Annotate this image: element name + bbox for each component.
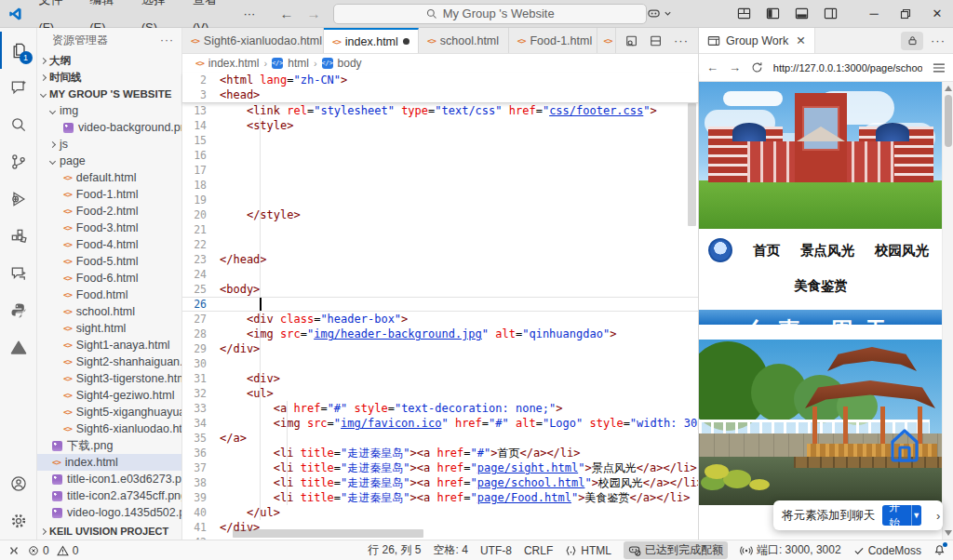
- history-back-icon[interactable]: ←: [279, 6, 293, 21]
- language-mode[interactable]: HTML: [565, 544, 611, 557]
- tab-food-1[interactable]: <> Food-1.html: [509, 28, 597, 53]
- toggle-panel-icon[interactable]: [795, 7, 809, 20]
- editor-horizontal-scrollbar[interactable]: [233, 529, 423, 538]
- folder-page[interactable]: page: [37, 153, 181, 169]
- problems-errors[interactable]: 0: [28, 544, 49, 557]
- file-Food-4.html[interactable]: <>Food-4.html: [37, 236, 181, 253]
- section-keil-project[interactable]: KEIL UVISION PROJECT: [37, 523, 181, 540]
- file-sight.html[interactable]: <>sight.html: [37, 320, 181, 337]
- file-Sight2-shanhaiguan.html[interactable]: <>Sight2-shanhaiguan.html: [37, 353, 181, 370]
- browser-back-icon[interactable]: ←: [706, 60, 718, 74]
- ports[interactable]: 端口: 3000, 3002: [740, 542, 841, 558]
- minimize-button[interactable]: ─: [858, 0, 890, 28]
- file-下载.png[interactable]: 下载.png: [37, 437, 181, 454]
- tab-group-work[interactable]: Group Work ✕: [699, 28, 815, 53]
- toolbar-expand-icon[interactable]: ›: [936, 509, 940, 523]
- source-control-view-icon[interactable]: [0, 143, 37, 180]
- folder-img[interactable]: img: [37, 102, 181, 119]
- triangle-extension-icon[interactable]: [0, 329, 37, 367]
- close-window-button[interactable]: ✕: [921, 0, 953, 28]
- file-Food.html[interactable]: <>Food.html: [37, 287, 181, 303]
- start-button[interactable]: 开始 ▼: [882, 505, 921, 526]
- scroll-down-icon[interactable]: [945, 530, 952, 536]
- file-Food-5.html[interactable]: <>Food-5.html: [37, 253, 181, 270]
- file-Food-6.html[interactable]: <>Food-6.html: [37, 270, 181, 287]
- webpage-scrollbar[interactable]: [942, 82, 953, 540]
- file-Sight4-geziwo.html[interactable]: <>Sight4-geziwo.html: [37, 387, 181, 404]
- customize-layout-icon[interactable]: [737, 7, 751, 20]
- file-default.html[interactable]: <>default.html: [37, 169, 181, 186]
- section-workspace[interactable]: MY GROUP 'S WEBSITE: [37, 86, 181, 102]
- file-index.html[interactable]: <>index.html: [37, 454, 181, 471]
- element-picker-home-icon[interactable]: [887, 425, 922, 464]
- file-Sight3-tigerstone.html[interactable]: <>Sight3-tigerstone.html: [37, 370, 181, 387]
- chat-view-icon[interactable]: [0, 69, 37, 106]
- file-title-icon2.a7345cff.png[interactable]: title-icon2.a7345cff.png: [37, 487, 181, 504]
- copilot-quota[interactable]: 已达到完成配额: [624, 541, 728, 559]
- settings-gear-icon[interactable]: [0, 502, 37, 540]
- command-center-search[interactable]: My Group 's Website: [333, 4, 647, 24]
- reload-icon[interactable]: [751, 61, 763, 73]
- close-icon[interactable]: ✕: [796, 33, 805, 47]
- remote-indicator-icon[interactable]: [7, 544, 20, 557]
- site-link-sights[interactable]: 景点风光: [800, 242, 854, 260]
- account-icon[interactable]: [0, 465, 37, 502]
- python-extension-icon[interactable]: [0, 292, 37, 329]
- explorer-more-actions[interactable]: ···: [160, 33, 174, 47]
- more-actions-icon[interactable]: ···: [674, 33, 689, 47]
- code-area[interactable]: 13 <link rel="stylesheet" type="text/css…: [182, 103, 698, 540]
- file-Food-3.html[interactable]: <>Food-3.html: [37, 220, 181, 236]
- file-Sight6-xianluodao.html[interactable]: <>Sight6-xianluodao.html: [37, 420, 181, 437]
- breadcrumb-body[interactable]: body: [338, 57, 362, 70]
- menu-more[interactable]: ···: [235, 7, 262, 20]
- scroll-up-icon[interactable]: [945, 86, 952, 91]
- search-view-icon[interactable]: [0, 106, 37, 143]
- breadcrumb-html[interactable]: html: [288, 57, 309, 70]
- file-video-background.png[interactable]: video-background.png: [37, 119, 181, 136]
- unsaved-dot-icon[interactable]: [403, 38, 409, 45]
- split-editor-icon[interactable]: [625, 34, 638, 47]
- indentation[interactable]: 空格: 4: [434, 542, 468, 558]
- notifications-bell[interactable]: [933, 544, 946, 556]
- chat-extension-view-icon[interactable]: [0, 255, 37, 292]
- restore-button[interactable]: [890, 0, 921, 28]
- file-title-icon1.e03d6273.png[interactable]: title-icon1.e03d6273.png: [37, 471, 181, 487]
- history-forward-icon[interactable]: →: [306, 6, 320, 21]
- site-link-home[interactable]: 首页: [753, 242, 780, 260]
- url-field[interactable]: http://127.0.0.1:3000/page/school.html: [773, 62, 922, 73]
- extensions-view-icon[interactable]: [0, 218, 37, 255]
- file-Sight5-xiganghuayuan.h...[interactable]: <>Sight5-xiganghuayuan.h...: [37, 404, 181, 420]
- problems-warnings[interactable]: 0: [57, 544, 79, 557]
- scrollbar-thumb[interactable]: [945, 95, 952, 147]
- browser-forward-icon[interactable]: →: [729, 60, 741, 74]
- codemoss-status[interactable]: CodeMoss: [853, 544, 921, 557]
- site-link-food[interactable]: 美食鉴赏: [794, 277, 848, 295]
- start-dropdown-icon[interactable]: ▼: [911, 505, 921, 526]
- lock-button[interactable]: [901, 32, 923, 50]
- tab-school[interactable]: <> school.html: [419, 28, 509, 53]
- hamburger-menu-icon[interactable]: [933, 62, 946, 73]
- tab-index[interactable]: <> index.html: [324, 28, 419, 53]
- explorer-view-icon[interactable]: 1: [0, 32, 37, 69]
- file-video-logo.1435d502.png[interactable]: video-logo.1435d502.png: [37, 504, 181, 521]
- file-school.html[interactable]: <>school.html: [37, 303, 181, 320]
- split-editor-down-icon[interactable]: [650, 34, 663, 47]
- toggle-secondary-sidebar-icon[interactable]: [824, 7, 838, 20]
- cursor-position[interactable]: 行 26, 列 5: [368, 542, 421, 558]
- eol-sequence[interactable]: CRLF: [524, 544, 553, 557]
- site-logo-icon[interactable]: [708, 238, 732, 262]
- section-timeline[interactable]: 时间线: [37, 69, 181, 86]
- site-link-campus[interactable]: 校园风光: [875, 242, 929, 260]
- editor-vertical-scrollbar[interactable]: [688, 103, 696, 226]
- folder-js[interactable]: js: [37, 136, 181, 153]
- tab-overflow-stub[interactable]: <>: [597, 28, 617, 53]
- copilot-menu-button[interactable]: [647, 7, 672, 20]
- breadcrumb-file[interactable]: index.html: [208, 57, 260, 70]
- toggle-primary-sidebar-icon[interactable]: [766, 7, 780, 20]
- file-Food-2.html[interactable]: <>Food-2.html: [37, 203, 181, 220]
- file-Food-1.html[interactable]: <>Food-1.html: [37, 186, 181, 203]
- section-outline[interactable]: 大纲: [37, 52, 181, 69]
- tab-sight6-xianluodao[interactable]: <> Sight6-xianluodao.html: [182, 28, 324, 53]
- file-Sight1-anaya.html[interactable]: <>Sight1-anaya.html: [37, 337, 181, 353]
- encoding[interactable]: UTF-8: [480, 544, 512, 557]
